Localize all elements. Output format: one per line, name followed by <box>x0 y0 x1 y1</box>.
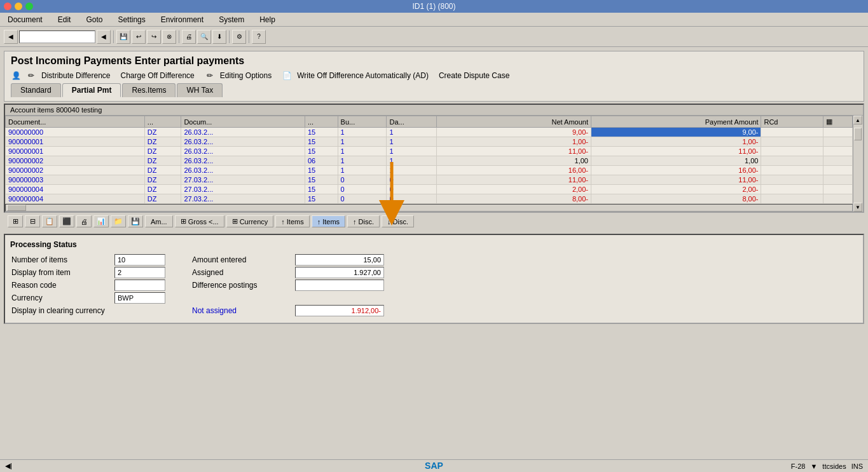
btn-icon4[interactable]: ⬛ <box>59 215 74 227</box>
cell-pay: 1,00 <box>591 156 761 166</box>
btn-am[interactable]: Am... <box>145 215 173 227</box>
btn-gross[interactable]: ⊞ Gross <... <box>175 215 224 227</box>
table-row[interactable]: 900000001 DZ 26.03.2... 15 1 1 1,00- 1,0… <box>6 137 853 147</box>
cell-da: 1 <box>387 166 436 175</box>
table-row[interactable]: 900000001 DZ 26.03.2... 15 1 1 11,00- 11… <box>6 147 853 156</box>
charge-off-link[interactable]: Charge Off Difference <box>121 71 195 80</box>
col-da[interactable]: Da... <box>387 116 436 128</box>
menu-system[interactable]: System <box>216 15 247 25</box>
cell-t2: 15 <box>305 128 338 137</box>
h-scroll[interactable] <box>5 204 853 212</box>
scroll-down-btn[interactable]: ▼ <box>853 203 862 212</box>
btn-disc2[interactable]: ↓ Disc. <box>382 215 414 227</box>
assigned-value[interactable]: 1.927,00 <box>295 267 384 278</box>
command-input[interactable] <box>19 30 95 43</box>
find-icon[interactable]: 🔍 <box>197 30 211 44</box>
btn-icon7[interactable]: 💾 <box>128 215 143 227</box>
maximize-button[interactable] <box>25 3 33 10</box>
amount-entered-value[interactable]: 15,00 <box>295 254 384 266</box>
col-bu[interactable]: Bu... <box>338 116 387 128</box>
cell-rcd <box>761 175 823 185</box>
toolbar: ◀ ◀ 💾 ↩ ↪ ⊗ 🖨 🔍 ⬇ ⚙ ? <box>0 27 868 47</box>
number-of-items-value[interactable]: 10 <box>114 254 165 266</box>
col-document[interactable]: Document... <box>6 116 145 128</box>
stop-icon[interactable]: ⊗ <box>162 30 176 44</box>
create-dispute-link[interactable]: Create Dispute Case <box>439 71 509 80</box>
save-icon[interactable]: 💾 <box>116 30 130 44</box>
btn-icon6[interactable]: 📁 <box>111 215 126 227</box>
close-button[interactable] <box>4 3 11 10</box>
minimize-button[interactable] <box>15 3 22 10</box>
menu-edit[interactable]: Edit <box>55 15 74 25</box>
status-nav-left[interactable]: ◀| <box>5 462 12 470</box>
btn-icon2[interactable]: ⊟ <box>25 215 40 227</box>
cell-docnum: 26.03.2... <box>181 147 305 156</box>
table-row[interactable]: 900000004 DZ 27.03.2... 15 0 0 8,00- 8,0… <box>6 194 853 204</box>
tab-partial-pmt[interactable]: Partial Pmt <box>62 83 121 97</box>
refresh-fwd-icon[interactable]: ↪ <box>147 30 161 44</box>
settings-icon[interactable]: ⚙ <box>232 30 246 44</box>
print-icon[interactable]: 🖨 <box>182 30 196 44</box>
scroll-track[interactable] <box>853 125 863 203</box>
currency-value-cell: BWP <box>114 292 191 304</box>
difference-postings-value[interactable] <box>295 280 384 291</box>
btn-print[interactable]: 🖨 <box>76 215 92 227</box>
distribute-difference-link[interactable]: Distribute Difference <box>41 71 111 80</box>
not-assigned-value[interactable]: 1.912,00- <box>295 305 384 316</box>
menu-settings[interactable]: Settings <box>115 15 148 25</box>
btn-disc1[interactable]: ↑ Disc. <box>347 215 380 227</box>
cell-pay: 11,00- <box>591 175 761 185</box>
tab-res-items[interactable]: Res.Items <box>122 83 176 97</box>
menu-help[interactable]: Help <box>257 15 278 25</box>
col-payment-amount[interactable]: Payment Amount <box>591 116 761 128</box>
btn-items2[interactable]: ↑ Items <box>312 215 345 227</box>
table-row[interactable]: 900000002 DZ 26.03.2... 06 1 1 1,00 1,00 <box>6 156 853 166</box>
cell-bu: 1 <box>338 137 387 147</box>
help-icon[interactable]: ? <box>252 30 266 44</box>
col-t2[interactable]: ... <box>305 116 338 128</box>
btn-currency[interactable]: ⊞ Currency <box>226 215 274 227</box>
btn-icon5[interactable]: 📊 <box>93 215 109 227</box>
tab-standard[interactable]: Standard <box>11 83 61 97</box>
menu-document[interactable]: Document <box>5 15 45 25</box>
btn-icon3[interactable]: 📋 <box>42 215 57 227</box>
nav-left-icon[interactable]: ◀ <box>97 30 111 44</box>
v-scrollbar[interactable]: ▲ ▼ <box>853 116 863 212</box>
table-row[interactable]: 900000000 DZ 26.03.2... 15 1 1 9,00- 9,0… <box>6 128 853 137</box>
status-dropdown[interactable]: ▼ <box>810 462 817 470</box>
col-t1[interactable]: ... <box>144 116 181 128</box>
currency-value[interactable]: BWP <box>114 292 165 304</box>
cell-da: 0 <box>387 194 436 204</box>
scroll-thumb[interactable] <box>854 128 862 140</box>
table-row[interactable]: 900000004 DZ 27.03.2... 15 0 0 2,00- 2,0… <box>6 185 853 194</box>
cell-net: 1,00 <box>436 156 591 166</box>
col-select[interactable]: ▦ <box>823 116 852 128</box>
cell-doc: 900000001 <box>6 147 145 156</box>
cell-empty <box>823 156 852 166</box>
col-net-amount[interactable]: Net Amount <box>436 116 591 128</box>
display-from-item-value[interactable]: 2 <box>114 267 165 278</box>
find-next-icon[interactable]: ⬇ <box>212 30 226 44</box>
cell-da: 1 <box>387 137 436 147</box>
table-row[interactable]: 900000003 DZ 27.03.2... 15 0 0 11,00- 11… <box>6 175 853 185</box>
cell-doc: 900000001 <box>6 137 145 147</box>
editing-options-link[interactable]: Editing Options <box>220 71 272 80</box>
menu-goto[interactable]: Goto <box>83 15 105 25</box>
tab-wh-tax[interactable]: WH Tax <box>177 83 223 97</box>
menu-environment[interactable]: Environment <box>158 15 206 25</box>
not-assigned-link[interactable]: Not assigned <box>192 306 237 315</box>
col-docnum[interactable]: Docum... <box>181 116 305 128</box>
cell-bu: 1 <box>338 166 387 175</box>
table-row[interactable]: 900000002 DZ 26.03.2... 15 1 1 16,00- 16… <box>6 166 853 175</box>
scroll-up-btn[interactable]: ▲ <box>853 116 862 125</box>
back-nav-icon[interactable]: ◀ <box>4 30 18 44</box>
h-scroll-thumb[interactable] <box>7 205 26 211</box>
writeoff-link[interactable]: Write Off Difference Automatically (AD) <box>297 71 429 80</box>
reason-code-value[interactable] <box>114 280 165 291</box>
btn-icon1[interactable]: ⊞ <box>8 215 23 227</box>
col-rcd[interactable]: RCd <box>761 116 823 128</box>
btn-items1[interactable]: ↑ Items <box>275 215 309 227</box>
user-icon: 👤 <box>11 71 21 81</box>
refresh-back-icon[interactable]: ↩ <box>132 30 146 44</box>
processing-title: Processing Status <box>10 240 858 249</box>
